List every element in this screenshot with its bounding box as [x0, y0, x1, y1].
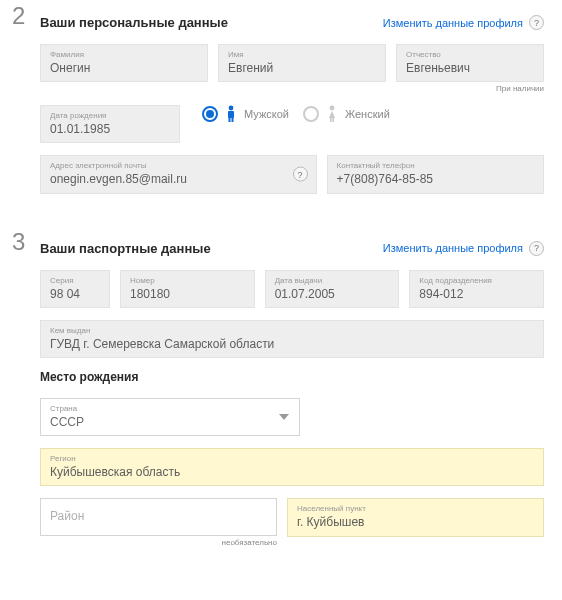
- name-field[interactable]: Имя Евгений: [218, 44, 386, 82]
- female-icon: [325, 105, 339, 123]
- patronymic-label: Отчество: [406, 51, 534, 59]
- edit-profile-link[interactable]: Изменить данные профиля: [383, 17, 523, 29]
- passport-number-field[interactable]: Номер 180180: [120, 270, 255, 308]
- issued-by-field[interactable]: Кем выдан ГУВД г. Семеревска Самарской о…: [40, 320, 544, 358]
- email-field[interactable]: Адрес электронной почты onegin.evgen.85@…: [40, 155, 317, 193]
- dob-field[interactable]: Дата рождения 01.01.1985: [40, 105, 180, 143]
- region-field[interactable]: Регион Куйбышевская область: [40, 448, 544, 486]
- female-radio[interactable]: [303, 106, 319, 122]
- surname-label: Фамилия: [50, 51, 198, 59]
- district-hint: необязательно: [40, 538, 277, 547]
- passport-data-section: 3 Ваши паспортные данные Изменить данные…: [0, 226, 562, 579]
- patronymic-hint: При наличии: [396, 84, 544, 93]
- series-value: 98 04: [50, 288, 100, 301]
- number-label: Номер: [130, 277, 245, 285]
- svg-point-4: [330, 106, 335, 111]
- patronymic-value: Евгеньевич: [406, 62, 534, 75]
- help-icon[interactable]: ?: [293, 167, 308, 182]
- birthplace-heading: Место рождения: [40, 370, 544, 384]
- surname-value: Онегин: [50, 62, 198, 75]
- name-value: Евгений: [228, 62, 376, 75]
- region-value: Куйбышевская область: [50, 466, 534, 479]
- phone-label: Контактный телефон: [337, 162, 534, 170]
- male-label: Мужской: [244, 108, 289, 120]
- phone-field[interactable]: Контактный телефон +7(808)764-85-85: [327, 155, 544, 193]
- section2-title: Ваши персональные данные: [40, 15, 228, 30]
- male-icon: [224, 105, 238, 123]
- issue-date-value: 01.07.2005: [275, 288, 390, 301]
- patronymic-field[interactable]: Отчество Евгеньевич: [396, 44, 544, 82]
- svg-rect-6: [332, 117, 334, 122]
- male-radio[interactable]: [202, 106, 218, 122]
- svg-rect-1: [228, 111, 234, 118]
- issue-date-field[interactable]: Дата выдачи 01.07.2005: [265, 270, 400, 308]
- step-number-2: 2: [12, 2, 25, 30]
- locality-value: г. Куйбышев: [297, 516, 534, 529]
- email-value: onegin.evgen.85@mail.ru: [50, 173, 307, 186]
- step-number-3: 3: [12, 228, 25, 256]
- dob-value: 01.01.1985: [50, 123, 170, 136]
- female-label: Женский: [345, 108, 390, 120]
- phone-value: +7(808)764-85-85: [337, 173, 534, 186]
- country-value: СССР: [50, 416, 290, 429]
- gender-female-option[interactable]: Женский: [303, 105, 390, 123]
- svg-rect-5: [330, 117, 332, 122]
- help-icon[interactable]: ?: [529, 15, 544, 30]
- locality-label: Населенный пункт: [297, 505, 534, 513]
- division-code-value: 894-012: [419, 288, 534, 301]
- name-label: Имя: [228, 51, 376, 59]
- personal-data-section: 2 Ваши персональные данные Изменить данн…: [0, 0, 562, 226]
- series-label: Серия: [50, 277, 100, 285]
- gender-male-option[interactable]: Мужской: [202, 105, 289, 123]
- chevron-down-icon: [279, 414, 289, 420]
- gender-selector: Мужской Женский: [190, 105, 544, 123]
- issued-by-label: Кем выдан: [50, 327, 534, 335]
- help-icon[interactable]: ?: [529, 241, 544, 256]
- edit-profile-link[interactable]: Изменить данные профиля: [383, 242, 523, 254]
- section3-title: Ваши паспортные данные: [40, 241, 211, 256]
- district-field[interactable]: Район: [40, 498, 277, 535]
- issue-date-label: Дата выдачи: [275, 277, 390, 285]
- region-label: Регион: [50, 455, 534, 463]
- number-value: 180180: [130, 288, 245, 301]
- country-select[interactable]: Страна СССР: [40, 398, 300, 436]
- district-placeholder: Район: [50, 510, 267, 523]
- email-label: Адрес электронной почты: [50, 162, 307, 170]
- division-code-label: Код подразделения: [419, 277, 534, 285]
- svg-rect-2: [229, 117, 231, 122]
- surname-field[interactable]: Фамилия Онегин: [40, 44, 208, 82]
- issued-by-value: ГУВД г. Семеревска Самарской области: [50, 338, 534, 351]
- locality-field[interactable]: Населенный пункт г. Куйбышев: [287, 498, 544, 536]
- country-label: Страна: [50, 405, 290, 413]
- division-code-field[interactable]: Код подразделения 894-012: [409, 270, 544, 308]
- dob-label: Дата рождения: [50, 112, 170, 120]
- svg-rect-3: [232, 117, 234, 122]
- svg-point-0: [229, 106, 234, 111]
- passport-series-field[interactable]: Серия 98 04: [40, 270, 110, 308]
